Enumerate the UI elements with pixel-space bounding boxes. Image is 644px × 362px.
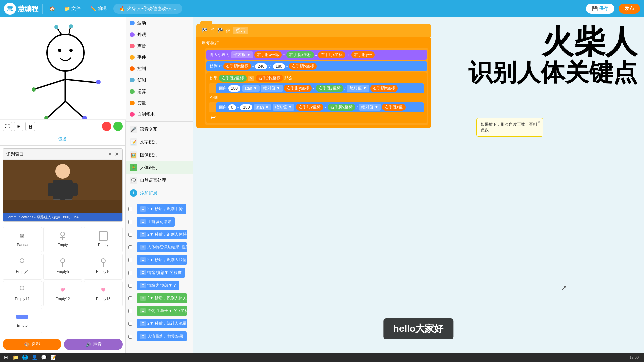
block-set-size[interactable]: 将大小设为 平方根 ▼ 右手肘x坐标 * 右手腕x坐标 - 右手肘x坐标 + 右…: [206, 50, 427, 60]
sprite-empty10[interactable]: Empty10: [84, 254, 123, 279]
x-offset-input[interactable]: 240: [255, 63, 267, 69]
script-checkbox-7[interactable]: [128, 284, 132, 288]
hat-trigger[interactable]: 点击: [233, 27, 248, 34]
script-block-4[interactable]: ⚙ 人体特征识别结果: 性别▼: [137, 242, 187, 252]
save-button[interactable]: 💾 保存: [586, 4, 614, 14]
wrist-x3[interactable]: 右手腕x坐标: [370, 85, 398, 92]
sound-button[interactable]: 🔊 声音: [64, 339, 123, 350]
sprite-empty5[interactable]: Empty5: [43, 254, 83, 279]
if-header[interactable]: 如果 右手腕y坐标 > 右手肘y坐标 那么: [208, 74, 426, 83]
category-add[interactable]: + 添加扩展: [126, 187, 193, 199]
category-body-recog[interactable]: 🏃 人体识别: [126, 161, 193, 174]
elbow-y3[interactable]: 右手肘y坐标: [284, 85, 312, 92]
taskbar-start[interactable]: ⊞: [3, 354, 9, 361]
category-variables[interactable]: 变量: [126, 97, 193, 109]
sprite-empty-last[interactable]: Empty: [3, 308, 42, 333]
right-wrist-x[interactable]: 右手腕x坐标: [286, 51, 314, 58]
taskbar-files[interactable]: 📁: [12, 354, 19, 361]
script-block-3[interactable]: ⚙ 2▼ 秒后，识别人体特征: [137, 230, 187, 239]
script-block-2[interactable]: ⚙ 手势识别结果: [137, 217, 175, 227]
face-block-else[interactable]: 面向 0 - 180 atan ▼ 绝对值 ▼ 右手肘y坐标 - 右手腕y坐标: [216, 102, 424, 112]
category-voice[interactable]: 🎤 语音交互: [126, 123, 193, 136]
abs-dropdown3[interactable]: 绝对值 ▼: [273, 104, 294, 111]
category-custom[interactable]: 自制积木: [126, 109, 193, 120]
script-checkbox-3[interactable]: [128, 233, 132, 237]
category-sensing[interactable]: 侦测: [126, 74, 193, 86]
script-block-10[interactable]: ⚙ 2▼ 秒后，统计人流量: [137, 319, 187, 328]
tooltip-close-button[interactable]: ✕: [537, 120, 541, 125]
repeat-label[interactable]: 重复执行: [199, 39, 428, 48]
elbow-y-else[interactable]: 右手肘y坐标: [296, 104, 323, 111]
atan-dropdown2[interactable]: atan ▼: [254, 104, 271, 110]
run-button[interactable]: [113, 122, 123, 131]
script-checkbox-8[interactable]: [128, 296, 132, 300]
grid-button[interactable]: ⊞: [14, 122, 23, 131]
script-block-5[interactable]: ⚙ 2▼ 秒后，识别人脸情绪: [137, 255, 187, 265]
category-nlp[interactable]: 💬 自然语言处理: [126, 174, 193, 187]
script-block-8[interactable]: ⚙ 2▼ 秒后，识别人体关键点: [137, 293, 187, 303]
nav-home[interactable]: 🏠: [47, 5, 58, 13]
category-image-recog[interactable]: 🖼️ 图像识别: [126, 148, 193, 161]
sprite-empty13[interactable]: 🩷 Empty13: [84, 281, 123, 306]
wrist-x-else[interactable]: 右手腕x坐: [382, 104, 406, 111]
hat-block[interactable]: 🏁 当 🏁 被 点击: [196, 24, 431, 37]
recognition-close[interactable]: ✕: [115, 151, 119, 157]
sprite-empty11[interactable]: Empty11: [3, 281, 42, 306]
taskbar-edit[interactable]: 📝: [50, 354, 56, 361]
category-motion[interactable]: 运动: [126, 17, 193, 29]
costume-button[interactable]: 🎨 造型: [3, 339, 61, 350]
script-checkbox-4[interactable]: [128, 245, 132, 249]
sprite-panda[interactable]: 🐼 Panda: [3, 227, 42, 252]
tab-device[interactable]: 设备: [0, 133, 125, 145]
right-elbow-y2[interactable]: 右手肘y坐标: [256, 75, 283, 82]
taskbar-user[interactable]: 👤: [31, 354, 38, 361]
atan-dropdown[interactable]: atan ▼: [242, 85, 260, 92]
script-checkbox-5[interactable]: [128, 258, 132, 262]
abs-dropdown2[interactable]: 绝对值 ▼: [347, 85, 369, 92]
script-checkbox-9[interactable]: [128, 309, 132, 313]
sqrt-dropdown[interactable]: 平方根 ▼: [231, 51, 253, 58]
script-checkbox-10[interactable]: [128, 322, 132, 326]
script-checkbox-6[interactable]: [128, 271, 132, 275]
script-block-7[interactable]: ⚙ 情绪为 愤怒▼ ?: [137, 281, 179, 290]
project-name[interactable]: 🔥 火柴人-你动他也动-人...: [113, 4, 182, 14]
recognition-collapse[interactable]: ▼: [108, 152, 112, 157]
expand-button[interactable]: ⛶: [3, 122, 12, 131]
right-elbow-x[interactable]: 右手肘x坐标: [254, 51, 282, 58]
wrist-y3[interactable]: 右手腕y坐标: [316, 85, 343, 92]
block-move-to[interactable]: 移到 x: 右手腕x坐标 - 240 y: 180 - 右手腕y坐标: [206, 61, 427, 71]
sprite-empty1[interactable]: Empty: [43, 227, 83, 252]
y-val-input[interactable]: 180: [273, 63, 285, 69]
nav-file[interactable]: 📁 文件: [62, 4, 84, 13]
sprite-empty2[interactable]: Empty: [84, 227, 123, 252]
right-elbow-x2[interactable]: 右手肘x坐标: [318, 51, 345, 58]
right-elbow-y[interactable]: 右手肘y坐: [351, 51, 375, 58]
script-block-1[interactable]: ⚙ 2▼ 秒后，识别手势: [137, 204, 186, 214]
category-appearance[interactable]: 外观: [126, 29, 193, 40]
category-events[interactable]: 事件: [126, 52, 193, 63]
sprite-empty12[interactable]: 🩷 Empty12: [43, 281, 83, 306]
stop-button[interactable]: [102, 122, 111, 131]
publish-button[interactable]: 发布: [619, 4, 640, 14]
abs-dropdown4[interactable]: 绝对值 ▼: [359, 104, 381, 111]
category-operators[interactable]: 运算: [126, 86, 193, 97]
script-checkbox-11[interactable]: [128, 335, 132, 339]
nav-edit[interactable]: ✏️ 编辑: [88, 4, 109, 13]
script-checkbox-1[interactable]: [128, 207, 132, 211]
taskbar-chat[interactable]: 💬: [40, 354, 47, 361]
category-sound[interactable]: 声音: [126, 40, 193, 52]
script-block-11[interactable]: ⚙ 人流量统计检测结果: [137, 331, 187, 341]
script-block-9[interactable]: ⚙ 关键点 鼻子▼ 的 x坐标▼: [137, 306, 187, 316]
script-checkbox-2[interactable]: [128, 220, 132, 224]
face-input-180b[interactable]: 180: [240, 104, 252, 110]
abs-dropdown1[interactable]: 绝对值 ▼: [261, 85, 283, 92]
script-block-6[interactable]: ⚙ 情绪 愤怒▼ 的程度: [137, 268, 185, 278]
face-input-0[interactable]: 0: [228, 104, 236, 110]
right-wrist-y2[interactable]: 右手腕y坐标: [219, 75, 247, 82]
face-input-180[interactable]: 180: [228, 85, 240, 92]
grid-small-button[interactable]: ▦: [25, 122, 35, 131]
right-wrist-x2[interactable]: 右手腕x坐标: [223, 63, 251, 70]
taskbar-browser[interactable]: 🌐: [21, 354, 28, 361]
category-control[interactable]: 控制: [126, 63, 193, 74]
sprite-empty4[interactable]: Empty4: [3, 254, 42, 279]
